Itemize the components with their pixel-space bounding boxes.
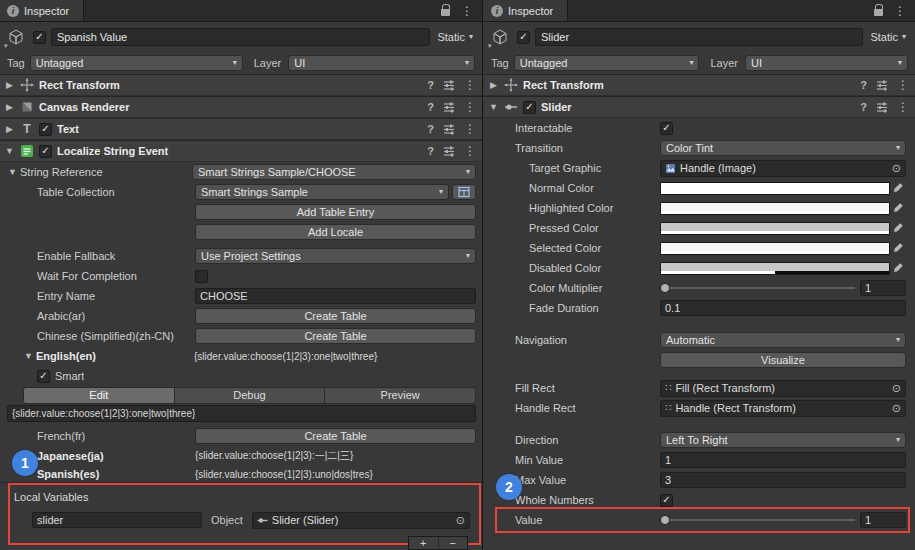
- eyedropper-icon[interactable]: [890, 242, 906, 254]
- lock-icon[interactable]: [441, 9, 450, 16]
- gameobject-active-checkbox[interactable]: ✓: [517, 31, 530, 44]
- gameobject-name-field[interactable]: Slider: [535, 28, 863, 46]
- component-header-rect-transform[interactable]: ▶ Rect Transform ? ⋮: [484, 74, 915, 96]
- table-collection-dropdown[interactable]: Smart Strings Sample ▾: [195, 184, 449, 200]
- eyedropper-icon[interactable]: [890, 262, 906, 274]
- help-icon[interactable]: ?: [427, 102, 434, 113]
- add-table-entry-button[interactable]: Add Table Entry: [195, 204, 476, 220]
- gameobject-cube-icon[interactable]: ▾: [488, 25, 512, 49]
- enable-fallback-dropdown[interactable]: Use Project Settings ▾: [195, 248, 476, 264]
- object-picker-icon[interactable]: ⊙: [456, 515, 465, 526]
- add-locale-button[interactable]: Add Locale: [195, 224, 476, 240]
- interactable-checkbox[interactable]: ✓: [660, 122, 673, 135]
- component-header-localize-string-event[interactable]: ▼ ✓ Localize String Event ? ⋮: [0, 140, 482, 162]
- gameobject-active-checkbox[interactable]: ✓: [33, 31, 46, 44]
- highlighted-color-swatch[interactable]: [660, 202, 890, 215]
- eyedropper-icon[interactable]: [890, 182, 906, 194]
- tag-dropdown[interactable]: Untagged ▾: [514, 55, 700, 71]
- target-graphic-field[interactable]: Handle (Image) ⊙: [660, 160, 906, 177]
- kebab-menu-icon[interactable]: ⋮: [464, 79, 476, 91]
- text-enabled-checkbox[interactable]: ✓: [39, 123, 52, 136]
- slider-handle[interactable]: [660, 283, 670, 293]
- transition-dropdown[interactable]: Color Tint ▾: [660, 140, 906, 156]
- slider-enabled-checkbox[interactable]: ✓: [523, 101, 536, 114]
- foldout-icon[interactable]: ▶: [4, 81, 15, 90]
- help-icon[interactable]: ?: [427, 124, 434, 135]
- remove-variable-button[interactable]: −: [439, 537, 468, 549]
- direction-dropdown[interactable]: Left To Right ▾: [660, 432, 906, 448]
- add-variable-button[interactable]: +: [409, 537, 439, 549]
- slider-handle[interactable]: [660, 515, 670, 525]
- tab-inspector-left[interactable]: i Inspector: [0, 0, 84, 21]
- kebab-menu-icon[interactable]: ⋮: [464, 101, 476, 113]
- help-icon[interactable]: ?: [427, 146, 434, 157]
- kebab-menu-icon[interactable]: ⋮: [894, 5, 906, 17]
- help-icon[interactable]: ?: [860, 80, 867, 91]
- variable-name-field[interactable]: slider: [32, 512, 202, 528]
- object-picker-icon[interactable]: ⊙: [892, 163, 901, 174]
- foldout-icon[interactable]: ▼: [7, 168, 18, 177]
- wait-for-completion-checkbox[interactable]: [195, 270, 208, 283]
- kebab-menu-icon[interactable]: ⋮: [464, 145, 476, 157]
- handle-rect-field[interactable]: ∷ Handle (Rect Transform) ⊙: [660, 400, 906, 417]
- object-picker-icon[interactable]: ⊙: [892, 403, 901, 414]
- presets-icon[interactable]: [443, 79, 455, 91]
- foldout-icon[interactable]: ▼: [23, 352, 34, 361]
- eyedropper-icon[interactable]: [890, 222, 906, 234]
- eyedropper-icon[interactable]: [890, 202, 906, 214]
- lock-icon[interactable]: [874, 9, 883, 16]
- smart-checkbox[interactable]: ✓: [37, 370, 50, 383]
- value-slider[interactable]: [660, 513, 856, 527]
- variable-object-field[interactable]: Slider (Slider) ⊙: [252, 512, 470, 529]
- kebab-menu-icon[interactable]: ⋮: [897, 79, 909, 91]
- component-header-slider[interactable]: ▼ ✓ Slider ? ⋮: [484, 96, 915, 118]
- create-table-button-arabic[interactable]: Create Table: [195, 308, 476, 324]
- max-value-field[interactable]: 3: [660, 472, 906, 488]
- layer-dropdown[interactable]: UI ▾: [745, 55, 908, 71]
- localize-enabled-checkbox[interactable]: ✓: [39, 145, 52, 158]
- min-value-field[interactable]: 1: [660, 452, 906, 468]
- gameobject-cube-icon[interactable]: ▾: [4, 25, 28, 49]
- component-header-rect-transform[interactable]: ▶ Rect Transform ? ⋮: [0, 74, 482, 96]
- presets-icon[interactable]: [876, 79, 888, 91]
- normal-color-swatch[interactable]: [660, 182, 890, 195]
- presets-icon[interactable]: [876, 101, 888, 113]
- color-multiplier-slider[interactable]: [660, 281, 856, 295]
- color-multiplier-field[interactable]: 1: [860, 280, 906, 296]
- static-dropdown[interactable]: Static ▾: [868, 31, 908, 43]
- foldout-icon[interactable]: ▶: [4, 103, 15, 112]
- disabled-color-swatch[interactable]: [660, 262, 890, 275]
- open-table-editor-button[interactable]: [452, 184, 476, 200]
- selected-color-swatch[interactable]: [660, 242, 890, 255]
- fade-duration-field[interactable]: 0.1: [660, 300, 906, 316]
- tab-inspector-right[interactable]: i Inspector: [484, 0, 568, 21]
- help-icon[interactable]: ?: [427, 80, 434, 91]
- presets-icon[interactable]: [443, 123, 455, 135]
- create-table-button-chinese[interactable]: Create Table: [195, 328, 476, 344]
- tab-preview[interactable]: Preview: [325, 388, 475, 403]
- help-icon[interactable]: ?: [860, 102, 867, 113]
- visualize-button[interactable]: Visualize: [660, 352, 906, 368]
- presets-icon[interactable]: [443, 101, 455, 113]
- kebab-menu-icon[interactable]: ⋮: [897, 101, 909, 113]
- string-reference-dropdown[interactable]: Smart Strings Sample/CHOOSE ▾: [192, 164, 476, 180]
- component-header-canvas-renderer[interactable]: ▶ Canvas Renderer ? ⋮: [0, 96, 482, 118]
- layer-dropdown[interactable]: UI ▾: [288, 55, 475, 71]
- fill-rect-field[interactable]: ∷ Fill (Rect Transform) ⊙: [660, 380, 906, 397]
- tab-edit[interactable]: Edit: [24, 388, 175, 403]
- component-header-text[interactable]: ▶ T ✓ Text ? ⋮: [0, 118, 482, 140]
- foldout-icon[interactable]: ▼: [488, 103, 499, 112]
- tab-debug[interactable]: Debug: [175, 388, 326, 403]
- object-picker-icon[interactable]: ⊙: [892, 383, 901, 394]
- entry-name-field[interactable]: CHOOSE: [195, 288, 476, 304]
- gameobject-name-field[interactable]: Spanish Value: [51, 28, 430, 46]
- pressed-color-swatch[interactable]: [660, 222, 890, 235]
- kebab-menu-icon[interactable]: ⋮: [461, 5, 473, 17]
- create-table-button-french[interactable]: Create Table: [195, 428, 476, 444]
- value-field[interactable]: 1: [860, 512, 906, 528]
- foldout-icon[interactable]: ▶: [4, 125, 15, 134]
- kebab-menu-icon[interactable]: ⋮: [464, 123, 476, 135]
- navigation-dropdown[interactable]: Automatic ▾: [660, 332, 906, 348]
- presets-icon[interactable]: [443, 145, 455, 157]
- whole-numbers-checkbox[interactable]: ✓: [660, 494, 673, 507]
